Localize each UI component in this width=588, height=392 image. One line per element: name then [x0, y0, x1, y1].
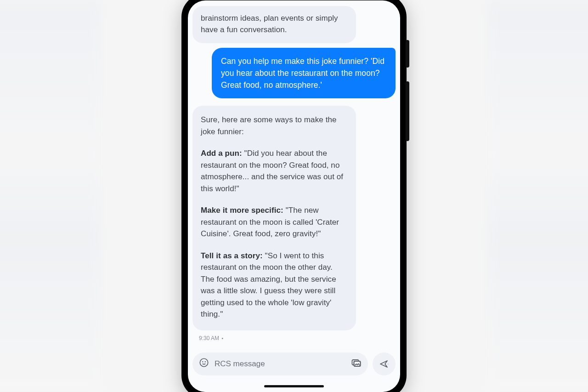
suggestion-lead: Add a pun:	[201, 149, 242, 158]
message-text: brainstorm ideas, plan events or simply …	[201, 14, 338, 34]
chat-bubble-incoming: Sure, here are some ways to make the jok…	[192, 106, 356, 330]
message-text: Sure, here are some ways to make the jok…	[201, 115, 337, 136]
svg-point-1	[203, 362, 203, 362]
message-timestamp: 9:30 AM •	[199, 335, 396, 341]
emoji-icon[interactable]	[199, 358, 209, 370]
gallery-icon[interactable]	[351, 357, 362, 370]
suggestion-item: Add a pun: "Did you hear about the resta…	[201, 148, 348, 194]
phone-frame: brainstorm ideas, plan events or simply …	[181, 0, 407, 392]
svg-point-2	[205, 362, 205, 362]
message-input-placeholder: RCS message	[215, 359, 265, 369]
timestamp-text: 9:30 AM	[199, 335, 219, 341]
home-indicator	[264, 385, 324, 387]
message-input[interactable]: RCS message	[192, 352, 368, 375]
suggestion-lead: Tell it as a story:	[201, 251, 263, 260]
phone-screen: brainstorm ideas, plan events or simply …	[188, 0, 400, 392]
svg-point-0	[200, 358, 208, 366]
suggestion-body: "So I went to this restaurant on the moo…	[201, 251, 336, 319]
chat-bubble-outgoing: Can you help me make this joke funnier? …	[212, 48, 396, 99]
message-text: Can you help me make this joke funnier? …	[221, 57, 384, 90]
chat-scroll[interactable]: brainstorm ideas, plan events or simply …	[188, 0, 400, 348]
suggestion-lead: Make it more specific:	[201, 206, 283, 215]
suggestion-item: Make it more specific: "The new restaura…	[201, 205, 348, 240]
send-button[interactable]	[373, 352, 396, 375]
phone-side-button	[406, 40, 409, 68]
svg-point-6	[388, 364, 388, 364]
phone-volume-button	[406, 81, 409, 141]
timestamp-status-icon: •	[221, 336, 223, 341]
stage: brainstorm ideas, plan events or simply …	[0, 0, 588, 392]
message-composer: RCS message	[188, 348, 400, 392]
chat-bubble-incoming: brainstorm ideas, plan events or simply …	[192, 6, 356, 43]
suggestion-item: Tell it as a story: "So I went to this r…	[201, 250, 348, 320]
